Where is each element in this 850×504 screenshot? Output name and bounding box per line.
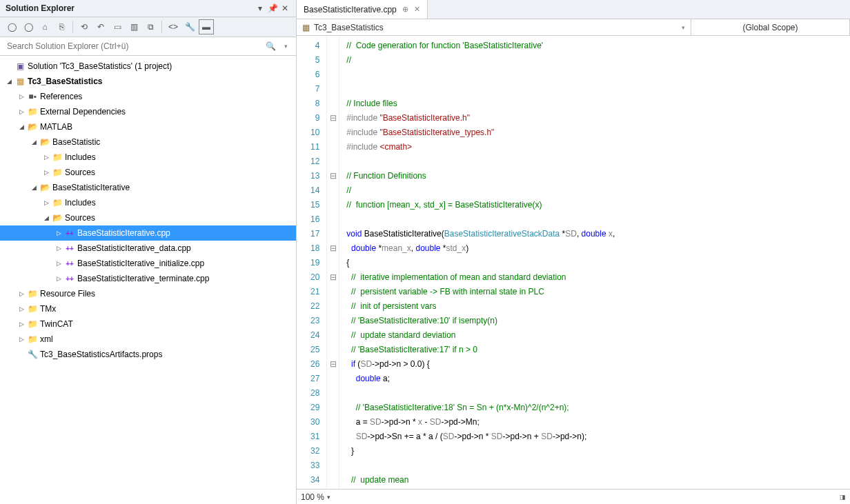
code-content[interactable]: // Code generation for function 'BaseSta…: [339, 36, 850, 489]
tab-close-icon[interactable]: ✕: [414, 5, 420, 14]
nav-back-icon[interactable]: ◯: [4, 19, 19, 34]
folder-icon: 📁: [26, 319, 39, 329]
editor-tabs-bar: BaseStatisticIterative.cpp ⊕ ✕: [297, 0, 850, 19]
wrench-icon: 🔧: [26, 350, 39, 359]
expander-icon[interactable]: ▷: [17, 93, 26, 100]
expander-icon[interactable]: ▷: [54, 245, 63, 252]
solution-explorer-panel: Solution Explorer ▾ 📌 ✕ ◯ ◯ ⌂ ⎘ ⟲ ↶ ▭ ▥ …: [0, 0, 297, 504]
expander-icon[interactable]: ◢: [4, 78, 14, 85]
expander-icon[interactable]: ▷: [41, 154, 51, 161]
tree-item-label: TMx: [40, 304, 56, 314]
expander-icon[interactable]: ◢: [29, 139, 39, 145]
editor-tab[interactable]: BaseStatisticIterative.cpp ⊕ ✕: [297, 0, 428, 19]
tree-item-label: External Dependencies: [40, 107, 126, 117]
sync-icon[interactable]: ⎘: [54, 19, 69, 34]
expander-icon[interactable]: ▷: [54, 230, 63, 236]
project-node[interactable]: ◢▦Tc3_BaseStatistics: [0, 74, 296, 89]
sources-folder[interactable]: ◢📂Sources: [0, 210, 296, 225]
copy-icon[interactable]: ⧉: [143, 19, 158, 34]
search-input[interactable]: [4, 39, 261, 54]
props-file[interactable]: 🔧Tc3_BaseStatisticsArtifacts.props: [0, 347, 296, 362]
tree-item-label: Solution 'Tc3_BaseStatistics' (1 project…: [28, 61, 172, 71]
expander-icon[interactable]: ▷: [17, 305, 26, 312]
context-scope-label: (Global Scope): [697, 23, 844, 32]
tab-pin-icon[interactable]: ⊕: [402, 5, 408, 14]
basestatisticiterative-folder[interactable]: ◢📂BaseStatisticIterative: [0, 180, 296, 195]
references-node[interactable]: ▷■▪References: [0, 89, 296, 104]
resource-files-folder[interactable]: ▷📁Resource Files: [0, 286, 296, 301]
tree-item-label: BaseStatisticIterative_terminate.cpp: [77, 274, 209, 283]
tree-item-label: Tc3_BaseStatistics: [28, 77, 103, 86]
show-all-icon[interactable]: ▥: [126, 19, 141, 34]
file-term-cpp[interactable]: ▷++BaseStatisticIterative_terminate.cpp: [0, 271, 296, 286]
sources-folder[interactable]: ▷📁Sources: [0, 165, 296, 180]
folder-icon: 📁: [26, 304, 39, 314]
solution-icon: ▣: [14, 61, 26, 71]
close-icon[interactable]: ✕: [279, 3, 290, 14]
panel-titlebar: Solution Explorer ▾ 📌 ✕: [0, 0, 296, 17]
twincat-folder[interactable]: ▷📁TwinCAT: [0, 316, 296, 332]
zoom-level[interactable]: 100 %: [301, 492, 324, 502]
tree-item-label: BaseStatistic: [52, 137, 100, 147]
tree-item-label: Includes: [65, 198, 96, 208]
tmx-folder[interactable]: ▷📁TMx: [0, 301, 296, 316]
context-scope-dropdown[interactable]: (Global Scope): [691, 19, 850, 35]
folder-icon: 📂: [26, 122, 39, 132]
undo-icon[interactable]: ↶: [93, 19, 108, 34]
expander-icon[interactable]: ▷: [17, 290, 26, 297]
file-main-cpp[interactable]: ▷++BaseStatisticIterative.cpp: [0, 225, 296, 241]
tree-item-label: BaseStatisticIterative: [52, 183, 130, 192]
home-icon[interactable]: ⌂: [37, 19, 52, 34]
expander-icon[interactable]: ▷: [41, 199, 51, 206]
search-dropdown-icon[interactable]: ▾: [280, 43, 292, 50]
expander-icon[interactable]: ◢: [41, 214, 51, 221]
chevron-down-icon: ▾: [682, 24, 685, 31]
includes-folder[interactable]: ▷📁Includes: [0, 150, 296, 165]
solution-node[interactable]: ▣Solution 'Tc3_BaseStatistics' (1 projec…: [0, 59, 296, 74]
solution-tree: ▣Solution 'Tc3_BaseStatistics' (1 projec…: [0, 56, 296, 504]
cpp-file-icon: ++: [63, 260, 76, 268]
tree-item-label: References: [40, 92, 82, 101]
expander-icon[interactable]: ▷: [17, 336, 26, 343]
file-init-cpp[interactable]: ▷++BaseStatisticIterative_initialize.cpp: [0, 256, 296, 271]
external-deps-node[interactable]: ▷📁External Dependencies: [0, 104, 296, 119]
folder-icon: 📁: [51, 168, 63, 177]
zoom-dropdown-icon[interactable]: ▾: [327, 494, 330, 501]
search-bar: 🔍 ▾: [0, 37, 296, 56]
nav-forward-icon[interactable]: ◯: [21, 19, 36, 34]
references-icon: ■▪: [26, 92, 39, 101]
pin-icon[interactable]: 📌: [267, 3, 278, 14]
folder-icon: 📁: [51, 198, 63, 208]
code-view-icon[interactable]: <>: [166, 19, 181, 34]
collapse-icon[interactable]: ▭: [110, 19, 125, 34]
refresh-icon[interactable]: ⟲: [77, 19, 92, 34]
toggle-icon[interactable]: ▬: [199, 19, 214, 34]
fold-gutter[interactable]: ⊟⊟⊟⊟⊟: [327, 36, 339, 489]
code-editor[interactable]: 4567891011121314151617181920212223242526…: [297, 36, 850, 489]
matlab-folder[interactable]: ◢📂MATLAB: [0, 119, 296, 134]
search-icon[interactable]: 🔍: [261, 41, 280, 51]
tree-item-label: BaseStatisticIterative_data.cpp: [77, 243, 191, 253]
xml-folder[interactable]: ▷📁xml: [0, 332, 296, 347]
expander-icon[interactable]: ▷: [41, 169, 51, 176]
expander-icon[interactable]: ◢: [17, 123, 26, 130]
tree-item-label: Sources: [65, 213, 95, 223]
includes-folder[interactable]: ▷📁Includes: [0, 195, 296, 210]
expander-icon[interactable]: ▷: [54, 260, 63, 267]
panel-title-text: Solution Explorer: [6, 3, 75, 13]
expander-icon[interactable]: ▷: [17, 321, 26, 327]
split-icon[interactable]: ◨: [840, 494, 846, 501]
expander-icon[interactable]: ▷: [17, 108, 26, 115]
expander-icon[interactable]: ▷: [54, 275, 63, 282]
project-icon: ▦: [14, 77, 26, 86]
tree-item-label: xml: [40, 334, 53, 344]
context-project-dropdown[interactable]: ▦ Tc3_BaseStatistics ▾: [297, 19, 691, 35]
file-data-cpp[interactable]: ▷++BaseStatisticIterative_data.cpp: [0, 241, 296, 256]
tree-item-label: BaseStatisticIterative_initialize.cpp: [77, 259, 204, 268]
tree-item-label: BaseStatisticIterative.cpp: [77, 228, 170, 238]
basestatistic-folder[interactable]: ◢📂BaseStatistic: [0, 134, 296, 150]
properties-icon[interactable]: 🔧: [182, 19, 197, 34]
project-icon: ▦: [302, 23, 310, 32]
dropdown-icon[interactable]: ▾: [255, 3, 266, 14]
expander-icon[interactable]: ◢: [29, 184, 39, 191]
